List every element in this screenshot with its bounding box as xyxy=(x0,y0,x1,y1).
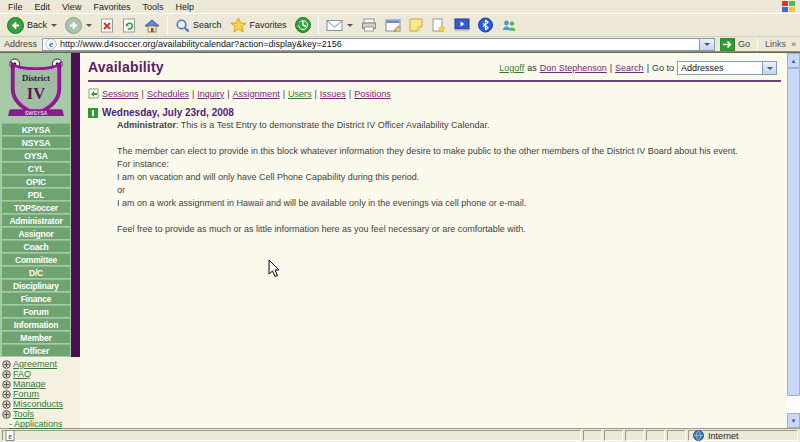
ie-page-icon: e xyxy=(45,38,57,50)
sidebar-purple-stripe xyxy=(71,53,80,357)
menu-view[interactable]: View xyxy=(56,2,87,12)
sidebar-item-nsysa[interactable]: NSYSA xyxy=(2,136,70,148)
sidebar-item-opic[interactable]: OPIC xyxy=(2,175,70,187)
print-icon xyxy=(361,18,377,32)
page-area: District IV SWSYSA KPYSA NSYSA OYSA CYL … xyxy=(0,52,800,428)
windows-logo-icon xyxy=(781,0,796,13)
sidebar-item-committee[interactable]: Committee xyxy=(2,253,70,265)
crest-numeral-text: IV xyxy=(26,84,44,103)
sidebar-link-tools[interactable]: Tools xyxy=(13,409,34,419)
scrollbar-track[interactable] xyxy=(787,396,800,413)
scrollbar-thumb[interactable] xyxy=(787,68,800,396)
back-button[interactable]: Back xyxy=(3,15,61,36)
back-dropdown-icon[interactable] xyxy=(51,24,57,27)
user-link[interactable]: Don Stephenson xyxy=(540,63,607,73)
scroll-up-button[interactable]: ▲ xyxy=(787,53,800,68)
go-button[interactable]: Go xyxy=(720,38,750,51)
forward-dropdown-icon[interactable] xyxy=(86,24,92,27)
print-button[interactable] xyxy=(357,16,381,34)
sidebar-item-finance[interactable]: Finance xyxy=(2,292,70,304)
sidebar-item-pdl[interactable]: PDL xyxy=(2,188,70,200)
media-button[interactable] xyxy=(450,16,474,34)
stop-button[interactable] xyxy=(96,16,118,35)
sidebar-item-cyl[interactable]: CYL xyxy=(2,162,70,174)
search-button[interactable]: Search xyxy=(171,16,226,35)
logoff-link[interactable]: Logoff xyxy=(499,63,524,73)
forward-button[interactable] xyxy=(61,15,96,36)
menu-tools[interactable]: Tools xyxy=(136,2,169,12)
refresh-icon xyxy=(122,18,136,33)
chevron-down-icon xyxy=(704,43,710,46)
menu-edit[interactable]: Edit xyxy=(29,2,57,12)
link-bullet-icon xyxy=(2,380,11,389)
sidebar-link-misconducts[interactable]: Misconducts xyxy=(13,399,63,409)
toolbar-separator xyxy=(318,16,319,35)
status-zone-pane: Internet xyxy=(688,430,798,441)
address-dropdown-button[interactable] xyxy=(699,39,714,50)
links-chevron[interactable]: » xyxy=(791,39,796,49)
sidebar-item-oysa[interactable]: OYSA xyxy=(2,149,70,161)
status-bar: e Internet xyxy=(0,428,800,442)
scroll-down-button[interactable]: ▼ xyxy=(787,413,800,428)
edit-icon xyxy=(385,19,401,32)
sidebar-link-faq[interactable]: FAQ xyxy=(13,369,31,379)
link-bullet-icon xyxy=(2,360,11,369)
bluetooth-button[interactable] xyxy=(474,15,497,35)
back-icon xyxy=(7,17,24,34)
mail-dropdown-icon[interactable] xyxy=(347,24,353,27)
sidebar-item-kpysa[interactable]: KPYSA xyxy=(2,123,70,135)
menu-file[interactable]: File xyxy=(2,2,29,12)
links-label[interactable]: Links xyxy=(765,39,786,49)
status-pane xyxy=(646,430,665,441)
sidebar-link-agreement[interactable]: Agreement xyxy=(13,359,57,369)
nav-link-assignment[interactable]: Assignment xyxy=(233,89,280,99)
nav-link-positions[interactable]: Positions xyxy=(354,89,391,99)
menu-favorites[interactable]: Favorites xyxy=(87,2,136,12)
sidebar-item-member[interactable]: Member xyxy=(2,331,70,343)
messenger-button[interactable] xyxy=(497,16,521,34)
entry-marker-icon xyxy=(88,108,98,118)
nav-link-sessions[interactable]: Sessions xyxy=(102,89,139,99)
sidebar-item-administrator[interactable]: Administrator xyxy=(2,214,70,226)
edit-button[interactable] xyxy=(381,17,405,34)
sidebar-link-applications[interactable]: - Applications xyxy=(9,419,63,429)
entry-line: For instance: xyxy=(117,158,781,171)
sidebar-link-forum[interactable]: Forum xyxy=(13,389,39,399)
home-button[interactable] xyxy=(140,16,164,35)
menu-help[interactable]: Help xyxy=(169,2,200,12)
link-bullet-icon xyxy=(2,390,11,399)
sidebar-item-officer[interactable]: Officer xyxy=(2,344,70,356)
ie-page-icon: e xyxy=(5,430,16,441)
nav-link-issues[interactable]: Issues xyxy=(320,89,346,99)
nav-link-users[interactable]: Users xyxy=(288,89,312,99)
address-separator xyxy=(757,38,758,50)
nav-link-schedules[interactable]: Schedules xyxy=(147,89,189,99)
sidebar-item-assignor[interactable]: Assignor xyxy=(2,227,70,239)
refresh-button[interactable] xyxy=(118,16,140,35)
sidebar-link-manage[interactable]: Manage xyxy=(13,379,46,389)
mail-button[interactable] xyxy=(322,17,357,34)
svg-text:e: e xyxy=(8,432,12,441)
sidebar-item-forum[interactable]: Forum xyxy=(2,305,70,317)
favorites-button[interactable]: Favorites xyxy=(226,15,291,35)
favorites-label: Favorites xyxy=(250,20,287,30)
goto-select[interactable]: Addresses xyxy=(677,61,777,75)
sidebar-item-coach[interactable]: Coach xyxy=(2,240,70,252)
district-crest-logo: District IV SWSYSA xyxy=(0,53,71,123)
history-button[interactable] xyxy=(291,15,315,35)
svg-text:e: e xyxy=(49,39,53,49)
search-link[interactable]: Search xyxy=(615,63,644,73)
sidebar-item-disciplinary[interactable]: Disciplinary xyxy=(2,279,70,291)
entry-author: Administrator xyxy=(117,120,176,130)
sidebar-item-topsoccer[interactable]: TOPSoccer xyxy=(2,201,70,213)
notes-button[interactable] xyxy=(405,16,427,34)
crest-banner-text: SWSYSA xyxy=(24,110,47,116)
sidebar-item-dc[interactable]: D/C xyxy=(2,266,70,278)
chevron-down-icon xyxy=(767,67,773,70)
add-favorite-button[interactable] xyxy=(427,16,450,35)
combo-dropdown-button[interactable] xyxy=(762,62,776,74)
sidebar-item-information[interactable]: Information xyxy=(2,318,70,330)
nav-link-inquiry[interactable]: Inquiry xyxy=(197,89,224,99)
address-input[interactable]: e http://www.d4soccer.org/availabilityca… xyxy=(42,38,715,51)
vertical-scrollbar[interactable]: ▲ ▼ xyxy=(787,53,800,428)
